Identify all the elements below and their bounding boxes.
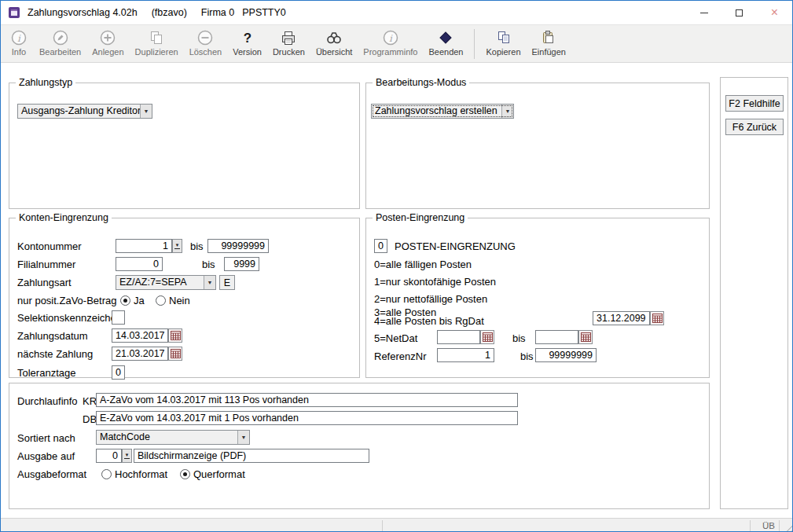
ausgabeformat-label: Ausgabeformat xyxy=(17,468,86,480)
calendar-icon xyxy=(171,349,181,358)
radio-querformat[interactable] xyxy=(180,469,190,479)
durchlaufinfo-db-field[interactable]: E-ZaVo vom 14.03.2017 mit 1 Pos vorhande… xyxy=(96,411,518,425)
toolbar-label: Einfügen xyxy=(532,47,566,57)
window-title-firma: Firma 0 xyxy=(201,7,234,18)
kr-label: KR xyxy=(83,395,97,407)
window-title: Zahlungsvorschlag 4.02h xyxy=(28,7,138,18)
calendar-button[interactable] xyxy=(578,330,593,344)
bearbeitungsmodus-select[interactable]: Zahlungsvorschlag erstellen ▼ xyxy=(371,104,514,119)
group-title: Zahlungstyp xyxy=(16,77,75,88)
zahlungsart-e-button[interactable]: E xyxy=(219,275,235,290)
filialnummer-bis-field[interactable]: 9999 xyxy=(224,257,259,271)
durchlaufinfo-label: Durchlaufinfo xyxy=(17,395,78,407)
add-icon xyxy=(98,28,117,47)
duplicate-icon xyxy=(147,28,166,47)
minimize-button[interactable] xyxy=(686,1,721,24)
calendar-button[interactable] xyxy=(168,347,182,361)
kontonummer-von-field[interactable]: 1 xyxy=(116,239,172,253)
calendar-button[interactable] xyxy=(650,311,664,325)
toolbar-loeschen[interactable]: Löschen xyxy=(184,28,228,57)
netdat-bis-field[interactable] xyxy=(535,330,578,344)
toolbar-label: Löschen xyxy=(189,47,222,57)
ausgabe-auf-label: Ausgabe auf xyxy=(17,450,75,462)
quit-diamond-icon xyxy=(436,28,455,47)
selektionskennzeichen-field[interactable] xyxy=(112,310,125,325)
filialnummer-von-field[interactable]: 0 xyxy=(116,257,163,271)
app-icon xyxy=(8,6,20,19)
zahlungstyp-select[interactable]: Ausgangs-Zahlung Kreditor ▼ xyxy=(17,104,152,119)
paste-icon xyxy=(539,28,558,47)
durchlaufinfo-kr-field[interactable]: A-ZaVo vom 14.03.2017 mit 113 Pos vorhan… xyxy=(96,393,518,407)
toolbar-label: Übersicht xyxy=(316,47,352,57)
resize-grip[interactable] xyxy=(783,522,793,532)
zahlungsdatum-field[interactable]: 14.03.2017 xyxy=(112,328,168,343)
calendar-button[interactable] xyxy=(168,328,182,343)
calendar-button[interactable] xyxy=(480,330,494,344)
titlebar: Zahlungsvorschlag 4.02h (fbzavo) Firma 0… xyxy=(1,1,792,24)
toolbar-anlegen[interactable]: Anlegen xyxy=(86,28,129,57)
zahlungsart-select[interactable]: EZ/AZ:7=SEPA ▼ xyxy=(116,275,216,290)
group-ausgabe: Durchlaufinfo KR A-ZaVo vom 14.03.2017 m… xyxy=(9,383,710,509)
naechste-zahlung-field[interactable]: 21.03.2017 xyxy=(112,347,168,361)
ausgabe-medium-field[interactable]: Bildschirmanzeige (PDF) xyxy=(134,449,369,463)
toolbar-kopieren[interactable]: Kopieren xyxy=(480,28,526,57)
group-zahlungstyp: Zahlungstyp Ausgangs-Zahlung Kreditor ▼ xyxy=(9,77,360,209)
toleranztage-label: Toleranztage xyxy=(17,367,75,379)
toolbar-label: Version xyxy=(233,47,262,57)
question-icon: ? xyxy=(238,28,257,47)
posten-option-1: 1=nur skontofähige Posten xyxy=(374,276,496,288)
posten-mode-label: POSTEN-EINGRENZUNG xyxy=(395,240,516,252)
toolbar-duplizieren[interactable]: Duplizieren xyxy=(130,28,184,57)
posten-mode-field[interactable]: 0 xyxy=(374,239,387,253)
toolbar-label: Drucken xyxy=(273,47,305,57)
toolbar-label: Beenden xyxy=(428,47,463,57)
toolbar-drucken[interactable]: Drucken xyxy=(267,28,310,57)
toolbar-info[interactable]: i Info xyxy=(4,28,34,57)
toleranztage-field[interactable]: 0 xyxy=(112,365,125,380)
radio-ja[interactable] xyxy=(120,295,130,306)
radio-nein[interactable] xyxy=(156,295,166,306)
form-area: Zahlungstyp Ausgangs-Zahlung Kreditor ▼ … xyxy=(1,63,793,518)
bis-label: bis xyxy=(520,350,534,362)
toolbar-label: Bearbeiten xyxy=(39,47,81,57)
toolbar-einfuegen[interactable]: Einfügen xyxy=(527,28,571,57)
referenznr-von-field[interactable]: 1 xyxy=(437,348,494,362)
toolbar-bearbeiten[interactable]: Bearbeiten xyxy=(34,28,86,57)
radio-hochformat[interactable] xyxy=(101,469,112,479)
calendar-icon xyxy=(483,332,493,342)
maximize-button[interactable] xyxy=(721,1,757,24)
toolbar-beenden[interactable]: Beenden xyxy=(423,28,468,57)
radio-hochformat-label: Hochformat xyxy=(115,468,167,480)
f6-zurueck-button[interactable]: F6 Zurück xyxy=(725,119,784,135)
toolbar-label: Info xyxy=(12,47,26,57)
ausgabe-auf-field[interactable]: 0 xyxy=(96,449,122,463)
rgdat-field[interactable]: 31.12.2099 xyxy=(593,311,650,325)
posten-option-0: 0=alle fälligen Posten xyxy=(374,259,472,270)
toolbar-version[interactable]: ? Version xyxy=(227,28,267,57)
app-window: Zahlungsvorschlag 4.02h (fbzavo) Firma 0… xyxy=(0,0,793,532)
toolbar: i Info Bearbeiten Anlegen Duplizieren xyxy=(1,24,792,63)
bis-label: bis xyxy=(512,332,526,344)
selektionskennzeichen-label: Selektionskennzeichen xyxy=(17,312,122,324)
chevron-down-icon: ▼ xyxy=(501,105,513,118)
chevron-down-icon: ▼ xyxy=(175,243,180,248)
maximize-icon xyxy=(736,9,743,17)
referenznr-bis-field[interactable]: 99999999 xyxy=(535,348,597,362)
kontonummer-bis-field[interactable]: 99999999 xyxy=(207,239,269,253)
group-bearbeitungsmodus: Bearbeitungs-Modus Zahlungsvorschlag ers… xyxy=(365,77,710,209)
minimize-icon xyxy=(700,13,708,13)
dropdown-spin-button[interactable]: ▼ xyxy=(122,449,132,463)
netdat-von-field[interactable] xyxy=(437,330,480,344)
posten-option-2: 2=nur nettofällige Posten xyxy=(374,293,487,305)
group-title: Bearbeitungs-Modus xyxy=(373,77,469,88)
f2-feldhilfe-button[interactable]: F2 Feldhilfe xyxy=(725,95,784,112)
toolbar-programminfo[interactable]: i Programminfo xyxy=(358,28,423,57)
posten-option-4-label: 4=alle Posten bis RgDat xyxy=(374,315,484,327)
toolbar-uebersicht[interactable]: Übersicht xyxy=(310,28,358,57)
close-button[interactable]: × xyxy=(757,1,792,24)
sortiert-nach-select[interactable]: MatchCode ▼ xyxy=(96,430,250,445)
dropdown-spin-button[interactable]: ▼ xyxy=(172,239,182,253)
bis-label: bis xyxy=(190,240,204,252)
statusbar: ÜB xyxy=(1,518,793,532)
netdat-label: 5=NetDat xyxy=(374,332,417,344)
